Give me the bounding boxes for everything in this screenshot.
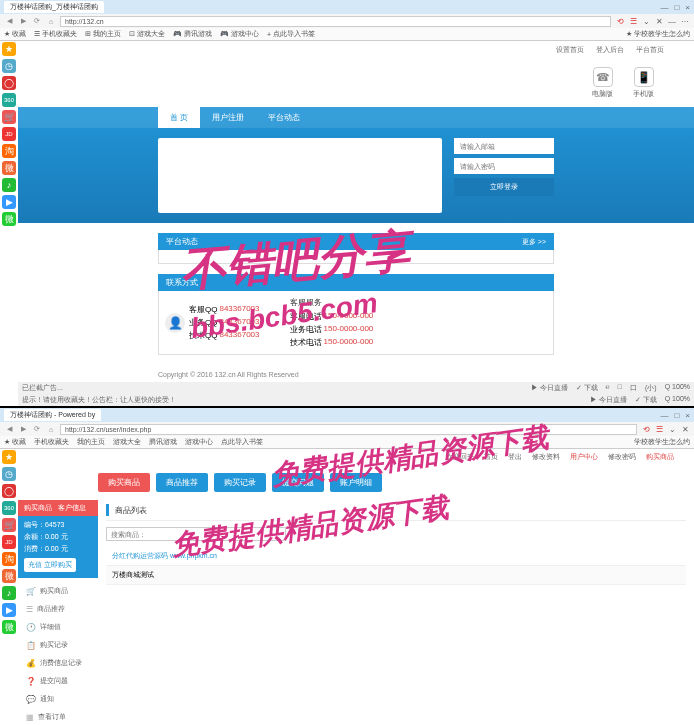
side-music-icon[interactable]: ♪ [2,586,16,600]
bookmark-item[interactable]: ⊡游戏大全 [129,29,165,39]
toolbar-icon[interactable]: ⌄ [641,16,651,26]
status-item[interactable]: ▶ 今日直播 [590,395,627,405]
side-jd-icon[interactable]: JD [2,127,16,141]
sidebar-item-notify[interactable]: 💬通知 [18,690,98,708]
bookmark-item[interactable]: ★收藏 [4,437,26,447]
side-weibo-icon[interactable]: 微 [2,161,16,175]
bookmark-item[interactable]: +点此导入书签 [267,29,315,39]
side-opera-icon[interactable]: ◯ [2,484,16,498]
status-item[interactable]: □ [618,383,622,393]
back-icon[interactable]: ◀ [4,424,14,434]
tab-issue[interactable]: 提交问题 [272,473,324,492]
nav-register[interactable]: 用户注册 [200,107,256,128]
side-360-icon[interactable]: 360 [2,93,16,107]
top-nav-link[interactable]: 设置首页 [556,45,584,55]
sidebar-item-history[interactable]: 📋购买记录 [18,636,98,654]
bookmark-item[interactable]: ★收藏 [4,29,26,39]
maximize-icon[interactable]: □ [674,3,679,12]
side-music-icon[interactable]: ♪ [2,178,16,192]
side-star-icon[interactable]: ★ [2,42,16,56]
browser-tab[interactable]: 万楼神话团购 - Powered by [4,409,101,421]
url-bar[interactable] [60,16,611,27]
sidebar-item-spend[interactable]: 💰消费信息记录 [18,654,98,672]
tab-account[interactable]: 账户明细 [330,473,382,492]
toolbar-icon[interactable]: — [667,16,677,26]
status-item[interactable]: 口 [630,383,637,393]
bookmark-item[interactable]: 游戏大全 [113,437,141,447]
table-row[interactable]: 万楼商城测试 [106,566,686,585]
topbar-link[interactable]: 修改密码 [608,452,636,462]
side-video-icon[interactable]: ▶ [2,603,16,617]
bookmark-item[interactable]: 🎮腾讯游戏 [173,29,212,39]
sidebar-item-detail[interactable]: 🕐详细值 [18,618,98,636]
toolbar-icon[interactable]: ✕ [654,16,664,26]
bookmark-item[interactable]: 腾讯游戏 [149,437,177,447]
bookmark-item[interactable]: 游戏中心 [185,437,213,447]
side-wechat-icon[interactable]: 微 [2,620,16,634]
side-clock-icon[interactable]: ◷ [2,59,16,73]
side-weibo-icon[interactable]: 微 [2,569,16,583]
url-bar[interactable] [60,424,637,435]
bookmark-item[interactable]: 🎮游戏中心 [220,29,259,39]
mobile-version[interactable]: 📱 手机版 [633,67,654,99]
status-item[interactable]: ▶ 今日直播 [531,383,568,393]
bookmark-item[interactable]: 我的主页 [77,437,105,447]
topbar-link[interactable]: 登出 [508,452,522,462]
bookmark-news[interactable]: ★学校教学生怎么约 [626,29,690,39]
bookmark-news[interactable]: 学校教学生怎么约 [634,437,690,447]
nav-news[interactable]: 平台动态 [256,107,312,128]
search-input[interactable] [106,527,286,541]
sidebar-item-buy[interactable]: 🛒购买商品 [18,582,98,600]
toolbar-icon[interactable]: ⟲ [615,16,625,26]
close-icon[interactable]: × [685,3,690,12]
side-taobao-icon[interactable]: 淘 [2,552,16,566]
browser-tab[interactable]: 万楼神话团购_万楼神话团购 [4,1,104,13]
side-star-icon[interactable]: ★ [2,450,16,464]
topbar-link[interactable]: 购买商品 [646,452,674,462]
topbar-link[interactable]: 修改资料 [532,452,560,462]
top-nav-link[interactable]: 平台首页 [636,45,664,55]
status-item[interactable]: ✓ 下载 [635,395,657,405]
minimize-icon[interactable]: — [660,411,668,420]
bookmark-item[interactable]: ⊞我的主页 [85,29,121,39]
side-jd-icon[interactable]: JD [2,535,16,549]
minimize-icon[interactable]: — [660,3,668,12]
desktop-version[interactable]: ☎ 电脑版 [592,67,613,99]
close-icon[interactable]: × [685,411,690,420]
news-more-link[interactable]: 更多 >> [522,237,546,247]
toolbar-icon[interactable]: ⌄ [667,424,677,434]
email-input[interactable] [454,138,554,154]
product-link[interactable]: 分红代购运营源码 www.phpkm.cn [112,551,217,561]
status-zoom[interactable]: Q 100% [665,383,690,393]
sidebar-tab[interactable]: 购买商品 [24,503,52,513]
side-video-icon[interactable]: ▶ [2,195,16,209]
table-row[interactable]: 分红代购运营源码 www.phpkm.cn [106,547,686,566]
bookmark-item[interactable]: 手机收藏夹 [34,437,69,447]
sidebar-item-orders[interactable]: ▦查看订单 [18,708,98,725]
toolbar-icon[interactable]: ⟲ [641,424,651,434]
login-button[interactable]: 立即登录 [454,178,554,196]
side-taobao-icon[interactable]: 淘 [2,144,16,158]
home-icon[interactable]: ⌂ [46,16,56,26]
side-360-icon[interactable]: 360 [2,501,16,515]
sidebar-item-issue[interactable]: ❓提交问题 [18,672,98,690]
bookmark-item[interactable]: ☰手机收藏夹 [34,29,77,39]
toolbar-icon[interactable]: ✕ [680,424,690,434]
sidebar-tab[interactable]: 客户信息 [58,503,86,513]
tab-recommend[interactable]: 商品推荐 [156,473,208,492]
toolbar-icon[interactable]: ☰ [628,16,638,26]
bookmark-item[interactable]: 点此导入书签 [221,437,263,447]
side-opera-icon[interactable]: ◯ [2,76,16,90]
topbar-link[interactable]: 用户中心 [570,452,598,462]
side-wechat-icon[interactable]: 微 [2,212,16,226]
nav-home[interactable]: 首 页 [158,107,200,128]
status-item[interactable]: (小) [645,383,657,393]
side-clock-icon[interactable]: ◷ [2,467,16,481]
refresh-icon[interactable]: ⟳ [32,424,42,434]
toolbar-icon[interactable]: ☰ [654,424,664,434]
status-item[interactable]: ℮ [606,383,610,393]
forward-icon[interactable]: ▶ [18,16,28,26]
status-zoom[interactable]: Q 100% [665,395,690,405]
tab-history[interactable]: 购买记录 [214,473,266,492]
home-icon[interactable]: ⌂ [46,424,56,434]
